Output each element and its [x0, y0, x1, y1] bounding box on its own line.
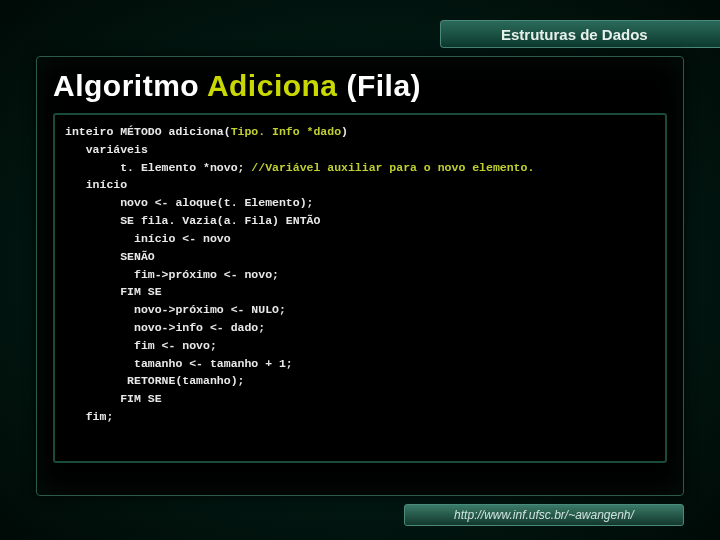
code-line: inteiro MÉTODO adiciona(Tipo. Info *dado… — [65, 123, 655, 141]
footer-url-bar: http://www.inf.ufsc.br/~awangenh/ — [404, 504, 684, 526]
code-line: t. Elemento *novo; //Variável auxiliar p… — [65, 159, 655, 177]
code-line: tamanho <- tamanho + 1; — [65, 355, 655, 373]
code-line: FIM SE — [65, 390, 655, 408]
code-line: SE fila. Vazia(a. Fila) ENTÃO — [65, 212, 655, 230]
code-line: fim->próximo <- novo; — [65, 266, 655, 284]
code-line: novo <- aloque(t. Elemento); — [65, 194, 655, 212]
slide-frame: Algoritmo Adiciona (Fila) inteiro MÉTODO… — [36, 56, 684, 496]
title-suffix: (Fila) — [338, 69, 422, 102]
code-line: início <- novo — [65, 230, 655, 248]
footer-url: http://www.inf.ufsc.br/~awangenh/ — [454, 508, 634, 522]
code-line: novo->info <- dado; — [65, 319, 655, 337]
course-title: Estruturas de Dados — [501, 26, 648, 43]
title-accent: Adiciona — [207, 69, 338, 102]
slide-title: Algoritmo Adiciona (Fila) — [53, 69, 667, 103]
code-block: inteiro MÉTODO adiciona(Tipo. Info *dado… — [53, 113, 667, 463]
code-line: novo->próximo <- NULO; — [65, 301, 655, 319]
code-line: SENÃO — [65, 248, 655, 266]
course-header: Estruturas de Dados — [440, 20, 720, 48]
code-line: FIM SE — [65, 283, 655, 301]
code-line: início — [65, 176, 655, 194]
title-prefix: Algoritmo — [53, 69, 207, 102]
code-line: fim; — [65, 408, 655, 426]
code-line: variáveis — [65, 141, 655, 159]
code-line: fim <- novo; — [65, 337, 655, 355]
code-line: RETORNE(tamanho); — [65, 372, 655, 390]
